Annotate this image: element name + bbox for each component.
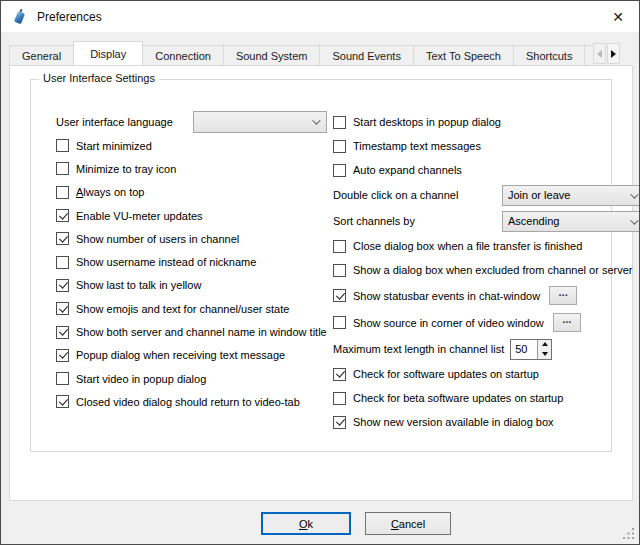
tab-label: Display [90, 48, 126, 60]
chevron-down-icon [630, 216, 638, 224]
checkbox[interactable] [56, 162, 69, 175]
checkbox[interactable] [333, 116, 346, 129]
display-tab-page: User Interface Settings User interface l… [9, 65, 633, 501]
checkbox[interactable] [333, 240, 346, 253]
checkbox[interactable] [56, 326, 69, 339]
spin-row-maximum-text-length-in-channel-list: Maximum text length in channel list50 [333, 336, 640, 362]
checkbox[interactable] [56, 302, 69, 315]
spinbox-maximum-text-length-in-channel-list[interactable]: 50 [510, 339, 552, 360]
checkbox-row-minimize-to-tray-icon[interactable]: Minimize to tray icon [56, 157, 327, 180]
checkbox-row-timestamp-text-messages[interactable]: Timestamp text messages [333, 134, 640, 158]
tab-shortcuts[interactable]: Shortcuts [513, 45, 585, 65]
checkbox[interactable] [56, 209, 69, 222]
checkbox-row-closed-video-dialog-should-return-to-video-tab[interactable]: Closed video dialog should return to vid… [56, 390, 327, 413]
checkbox[interactable] [333, 289, 346, 302]
checkbox[interactable] [333, 164, 346, 177]
checkbox[interactable] [333, 316, 346, 329]
checkbox-row-enable-vu-meter-updates[interactable]: Enable VU-meter updates [56, 204, 327, 227]
combo-row-sort-channels-by: Sort channels byAscending [333, 208, 640, 234]
combobox-value: Join or leave [508, 189, 570, 201]
checkbox-row-start-video-in-popup-dialog[interactable]: Start video in popup dialog [56, 367, 327, 390]
combo-label: Sort channels by [333, 215, 415, 227]
window-title: Preferences [37, 10, 102, 24]
checkbox-row-popup-dialog-when-receiving-text-message[interactable]: Popup dialog when receiving text message [56, 344, 327, 367]
checkbox-label: Check for software updates on startup [353, 368, 539, 380]
tab-general[interactable]: General [9, 45, 74, 65]
tab-scroll-right-button[interactable] [607, 43, 620, 64]
more-options-button[interactable]: ... [553, 313, 581, 332]
checkbox-row-always-on-top[interactable]: Always on top [56, 181, 327, 204]
checkbox[interactable] [333, 368, 346, 381]
tab-connection[interactable]: Connection [142, 45, 224, 65]
resize-grip[interactable] [623, 528, 635, 540]
chevron-down-icon [312, 116, 320, 124]
checkbox-label: Popup dialog when receiving text message [76, 349, 285, 361]
user-interface-settings-group: User Interface Settings User interface l… [30, 79, 612, 452]
checkbox-label: Close dialog box when a file transfer is… [353, 240, 582, 252]
right-settings-list: Start desktops in popup dialogTimestamp … [333, 110, 640, 434]
checkbox-label: Show statusbar events in chat-window [353, 290, 540, 302]
checkbox-row-close-dialog-box-when-a-file-transfer-is-finished[interactable]: Close dialog box when a file transfer is… [333, 234, 640, 258]
checkbox-label: Minimize to tray icon [76, 163, 176, 175]
combobox-value: Ascending [508, 215, 559, 227]
combobox-sort-channels-by[interactable]: Ascending [502, 211, 640, 232]
tab-text-to-speech[interactable]: Text To Speech [413, 45, 514, 65]
group-title: User Interface Settings [39, 72, 159, 84]
scroll-left-icon [597, 50, 602, 58]
checkbox-row-show-new-version-available-in-dialog-box[interactable]: Show new version available in dialog box [333, 410, 640, 434]
checkbox[interactable] [56, 232, 69, 245]
tab-label: Sound System [236, 50, 308, 62]
checkbox-row-show-both-server-and-channel-name-in-window-title[interactable]: Show both server and channel name in win… [56, 320, 327, 343]
checkbox-row-show-statusbar-events-in-chat-window[interactable]: Show statusbar events in chat-window... [333, 282, 640, 309]
checkbox-row-auto-expand-channels[interactable]: Auto expand channels [333, 158, 640, 182]
checkbox-row-show-a-dialog-box-when-excluded-from-channel-or-server[interactable]: Show a dialog box when excluded from cha… [333, 258, 640, 282]
tab-scroll-left-button[interactable] [593, 43, 606, 64]
checkbox-label: Show new version available in dialog box [353, 416, 554, 428]
combobox-double-click-on-a-channel[interactable]: Join or leave [502, 185, 640, 206]
checkbox[interactable] [56, 372, 69, 385]
checkbox[interactable] [56, 279, 69, 292]
preferences-dialog: Preferences ✕ GeneralDisplayConnectionSo… [0, 0, 640, 545]
checkbox-row-check-for-beta-software-updates-on-startup[interactable]: Check for beta software updates on start… [333, 386, 640, 410]
checkbox-label: Show username instead of nickname [76, 256, 256, 268]
checkbox[interactable] [56, 256, 69, 269]
tab-display[interactable]: Display [73, 41, 143, 65]
more-options-button[interactable]: ... [549, 286, 577, 305]
combo-label: Double click on a channel [333, 189, 458, 201]
checkbox[interactable] [56, 139, 69, 152]
checkbox-row-show-emojis-and-text-for-channel-user-state[interactable]: Show emojis and text for channel/user st… [56, 297, 327, 320]
spin-up-icon[interactable] [538, 340, 551, 350]
checkbox-row-start-minimized[interactable]: Start minimized [56, 134, 327, 157]
checkbox[interactable] [56, 395, 69, 408]
spinbox-label: Maximum text length in channel list [333, 343, 504, 355]
ok-button[interactable]: Ok [261, 512, 351, 535]
checkbox[interactable] [333, 264, 346, 277]
checkbox-row-start-desktops-in-popup-dialog[interactable]: Start desktops in popup dialog [333, 110, 640, 134]
checkbox-label: Always on top [76, 186, 145, 198]
checkbox[interactable] [56, 186, 69, 199]
spin-down-icon[interactable] [538, 349, 551, 359]
scroll-right-icon [611, 50, 616, 58]
cancel-button[interactable]: Cancel [365, 512, 451, 535]
checkbox-row-show-last-to-talk-in-yellow[interactable]: Show last to talk in yellow [56, 274, 327, 297]
checkbox[interactable] [333, 416, 346, 429]
tab-label: Connection [155, 50, 211, 62]
checkbox[interactable] [56, 349, 69, 362]
checkbox-label: Auto expand channels [353, 164, 462, 176]
checkbox-label: Show a dialog box when excluded from cha… [353, 264, 632, 276]
close-icon[interactable]: ✕ [608, 7, 628, 27]
checkbox-row-show-source-in-corner-of-video-window[interactable]: Show source in corner of video window... [333, 309, 640, 336]
tab-label: Text To Speech [426, 50, 501, 62]
cancel-button-label: Cancel [391, 518, 425, 530]
chevron-down-icon [630, 190, 638, 198]
language-combobox[interactable] [193, 111, 327, 133]
tab-sound-system[interactable]: Sound System [223, 45, 321, 65]
tab-sound-events[interactable]: Sound Events [319, 45, 414, 65]
checkbox[interactable] [333, 392, 346, 405]
checkbox-row-check-for-software-updates-on-startup[interactable]: Check for software updates on startup [333, 362, 640, 386]
title-bar[interactable]: Preferences ✕ [1, 1, 639, 32]
checkbox-row-show-number-of-users-in-channel[interactable]: Show number of users in channel [56, 227, 327, 250]
checkbox-row-show-username-instead-of-nickname[interactable]: Show username instead of nickname [56, 250, 327, 273]
checkbox-label: Timestamp text messages [353, 140, 481, 152]
checkbox[interactable] [333, 140, 346, 153]
